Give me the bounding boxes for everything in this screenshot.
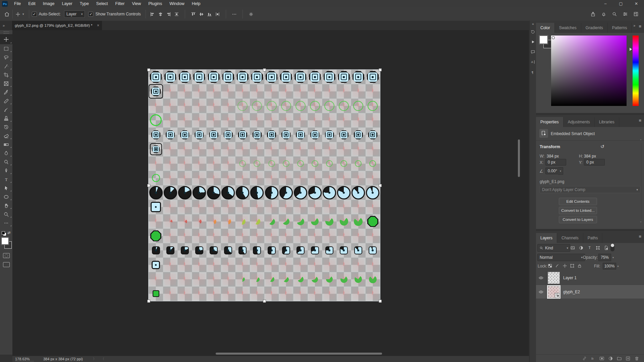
layers-tab-layers[interactable]: Layers <box>536 233 557 243</box>
gradient-tool[interactable] <box>0 140 12 149</box>
zoom-tool[interactable] <box>0 210 12 219</box>
brush-tool[interactable] <box>0 105 12 114</box>
search-icon[interactable] <box>612 11 617 17</box>
menu-layer[interactable]: Layer <box>58 0 76 7</box>
horizontal-scrollbar[interactable] <box>216 353 382 355</box>
transform-handle-e[interactable] <box>379 184 382 187</box>
healing-tool[interactable] <box>0 97 12 105</box>
double-chevron-right-icon[interactable]: » <box>0 23 12 27</box>
layers-tab-channels[interactable]: Channels <box>557 233 583 243</box>
actions-panel-icon[interactable] <box>530 38 536 46</box>
angle-input[interactable]: 0.00° <box>545 168 559 174</box>
lasso-tool[interactable] <box>0 53 12 62</box>
panel-foreground-swatch[interactable] <box>539 36 548 44</box>
swap-colors-icon[interactable]: ⇄ <box>7 231 10 235</box>
scroll-up-icon[interactable]: ⌃ <box>640 139 642 142</box>
layer-style-icon[interactable]: fx <box>591 356 596 361</box>
menu-type[interactable]: Type <box>76 0 93 7</box>
saturation-brightness-field[interactable] <box>551 36 627 106</box>
move-tool-preset-icon[interactable] <box>15 12 20 17</box>
layer-visibility-eye-icon[interactable] <box>536 271 546 285</box>
lock-all-icon[interactable] <box>577 263 582 268</box>
share-icon[interactable] <box>590 11 596 17</box>
edit-contents-button[interactable]: Edit Contents <box>559 198 597 205</box>
transform-handle-w[interactable] <box>147 184 150 187</box>
layer-thumbnail[interactable] <box>548 286 560 298</box>
color-tab-color[interactable]: Color <box>536 23 555 33</box>
color-panel-menu-icon[interactable]: ≡ <box>639 24 641 29</box>
opacity-value-field[interactable]: 75% <box>598 254 611 261</box>
path-select-tool[interactable] <box>0 184 12 192</box>
gear-icon[interactable] <box>249 12 254 17</box>
properties-tab-adjustments[interactable]: Adjustments <box>564 117 595 127</box>
character-panel-icon[interactable]: A <box>530 58 536 66</box>
workspace-icon[interactable] <box>633 11 639 17</box>
eyedropper-tool[interactable] <box>0 88 12 97</box>
color-tab-swatches[interactable]: Swatches <box>555 23 581 33</box>
lock-artboard-icon[interactable] <box>569 263 575 268</box>
menu-file[interactable]: File <box>10 0 24 7</box>
history-panel-icon[interactable] <box>530 28 536 36</box>
x-input[interactable]: 0 px <box>545 159 566 166</box>
eraser-tool[interactable] <box>0 131 12 140</box>
hue-slider-thumb[interactable] <box>630 48 632 51</box>
paragraph-panel-icon[interactable]: ¶ <box>530 68 536 76</box>
layer-comp-dropdown[interactable]: Don't Apply Layer Comp ▾ <box>539 186 641 193</box>
sliders-icon[interactable] <box>623 11 628 17</box>
screen-mode-icon[interactable] <box>3 262 10 267</box>
blend-mode-dropdown[interactable]: Normal ▾ <box>537 254 585 261</box>
color-tab-patterns[interactable]: Patterns <box>608 23 632 33</box>
minimize-window-icon[interactable]: – <box>598 0 613 7</box>
type-tool[interactable]: T <box>0 175 12 184</box>
menu-filter[interactable]: Filter <box>112 0 128 7</box>
bell-icon[interactable] <box>601 11 606 17</box>
chevron-down-icon[interactable]: ▾ <box>22 12 24 16</box>
maximize-window-icon[interactable]: ▢ <box>613 0 629 7</box>
zoom-level-field[interactable]: 178.63% <box>15 357 34 361</box>
home-icon[interactable] <box>4 11 10 17</box>
move-tool[interactable] <box>0 34 12 44</box>
filter-toggle-switch[interactable] <box>610 243 614 251</box>
delete-layer-icon[interactable] <box>634 356 639 361</box>
transform-handle-se[interactable] <box>379 300 382 303</box>
history-brush-tool[interactable] <box>0 123 12 131</box>
layers-tab-paths[interactable]: Paths <box>583 233 603 243</box>
toolbar-grip[interactable] <box>4 32 9 34</box>
show-transform-checkbox[interactable]: ✓ <box>88 12 93 17</box>
transform-handle-ne[interactable] <box>379 68 382 71</box>
smart-object-filter-icon[interactable] <box>603 245 609 251</box>
pen-tool[interactable] <box>0 166 12 175</box>
double-chevron-right-icon[interactable]: » <box>633 24 635 27</box>
layer-name[interactable]: glyph_E2 <box>563 290 580 294</box>
transform-handle-nw[interactable] <box>147 68 150 71</box>
color-tab-gradients[interactable]: Gradients <box>581 23 608 33</box>
angle-dropdown-chevron-icon[interactable]: ▾ <box>558 167 563 175</box>
menu-plugins[interactable]: Plugins <box>145 0 166 7</box>
convert-to-linked-button[interactable]: Convert to Linked... <box>559 207 597 214</box>
vertical-scrollbar[interactable] <box>518 139 520 177</box>
scroll-down-icon[interactable]: ⌄ <box>640 220 642 223</box>
properties-panel-menu-icon[interactable]: ≡ <box>639 118 641 123</box>
lock-position-icon[interactable] <box>562 263 568 268</box>
group-layers-icon[interactable] <box>617 356 622 361</box>
smart-object-image[interactable] <box>149 70 380 301</box>
close-tab-icon[interactable]: × <box>97 23 99 28</box>
type-filter-icon[interactable]: T <box>586 245 592 251</box>
document-tab[interactable]: glyph_E2.png @ 179% (glyph_E2, RGB/8#) *… <box>12 21 102 30</box>
properties-tab-properties[interactable]: Properties <box>536 117 564 127</box>
layer-name[interactable]: Layer 1 <box>563 276 577 280</box>
color-field-marker[interactable] <box>552 36 555 39</box>
lock-transparency-icon[interactable] <box>547 263 553 268</box>
comments-panel-icon[interactable] <box>530 48 536 56</box>
reset-transform-icon[interactable]: ↺ <box>600 144 604 149</box>
link-layers-icon[interactable] <box>582 356 587 361</box>
opacity-dropdown-chevron-icon[interactable]: ▾ <box>611 254 615 261</box>
more-options-icon[interactable] <box>232 12 237 17</box>
menu-view[interactable]: View <box>128 0 145 7</box>
convert-to-layers-button[interactable]: Convert to Layers <box>559 216 597 223</box>
blur-tool[interactable] <box>0 149 12 158</box>
align-top-icon[interactable] <box>191 12 196 17</box>
transform-handle-n[interactable] <box>263 68 266 71</box>
layer-visibility-eye-icon[interactable] <box>536 285 546 299</box>
hue-slider[interactable] <box>633 36 639 106</box>
